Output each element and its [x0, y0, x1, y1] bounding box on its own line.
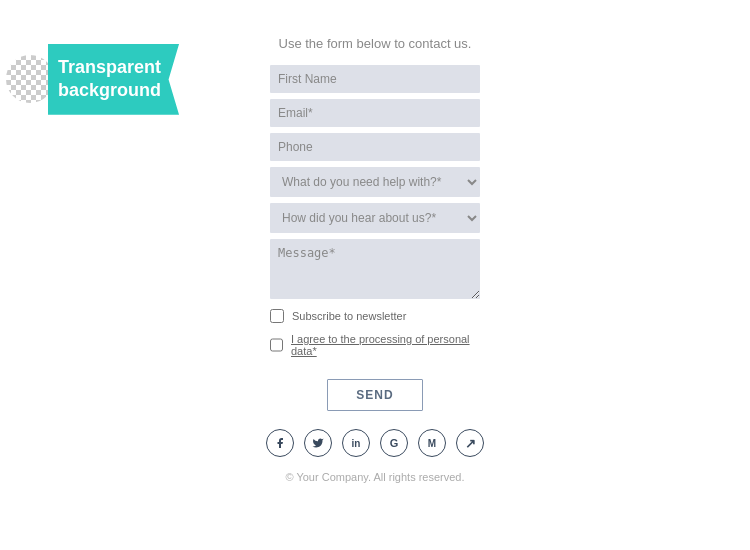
send-row: SEND	[270, 367, 480, 411]
twitter-icon[interactable]	[304, 429, 332, 457]
agree-checkbox[interactable]	[270, 338, 283, 352]
google-icon[interactable]: G	[380, 429, 408, 457]
contact-form: What do you need help with?* How did you…	[270, 65, 480, 411]
banner-line1: Transparent	[58, 57, 161, 77]
agree-link[interactable]: I agree to the processing of personal da…	[291, 333, 470, 357]
subscribe-row: Subscribe to newsletter	[270, 309, 480, 323]
subscribe-checkbox[interactable]	[270, 309, 284, 323]
facebook-icon[interactable]	[266, 429, 294, 457]
banner: Transparent background	[0, 44, 179, 115]
hear-select[interactable]: How did you hear about us?*	[270, 203, 480, 233]
social-icons-row: in G M ↗	[266, 429, 484, 457]
share-icon[interactable]: ↗	[456, 429, 484, 457]
first-name-input[interactable]	[270, 65, 480, 93]
form-subtitle: Use the form below to contact us.	[279, 36, 472, 51]
agree-row: I agree to the processing of personal da…	[270, 333, 480, 357]
message-textarea[interactable]	[270, 239, 480, 299]
subscribe-label: Subscribe to newsletter	[292, 310, 406, 322]
email-input[interactable]	[270, 99, 480, 127]
phone-input[interactable]	[270, 133, 480, 161]
medium-icon[interactable]: M	[418, 429, 446, 457]
banner-line2: background	[58, 80, 161, 100]
banner-text: Transparent background	[48, 44, 179, 115]
linkedin-icon[interactable]: in	[342, 429, 370, 457]
send-button[interactable]: SEND	[327, 379, 422, 411]
footer-copyright: © Your Company. All rights reserved.	[285, 471, 464, 483]
agree-label: I agree to the processing of personal da…	[291, 333, 480, 357]
help-select[interactable]: What do you need help with?*	[270, 167, 480, 197]
